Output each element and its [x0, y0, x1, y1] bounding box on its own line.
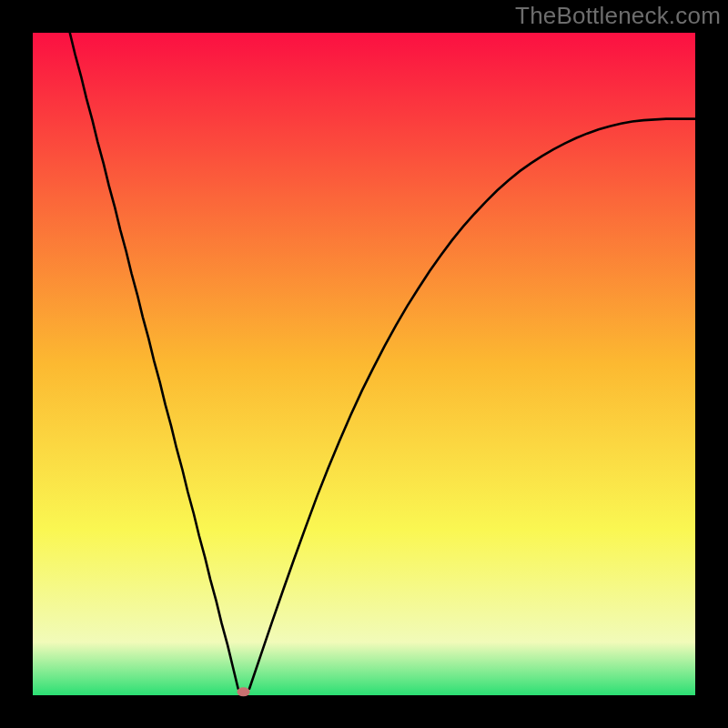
plot-area — [33, 33, 695, 695]
minimum-marker — [238, 687, 250, 696]
watermark: TheBottleneck.com — [515, 2, 721, 30]
chart-container: TheBottleneck.com — [0, 0, 728, 728]
chart-svg — [0, 0, 728, 728]
